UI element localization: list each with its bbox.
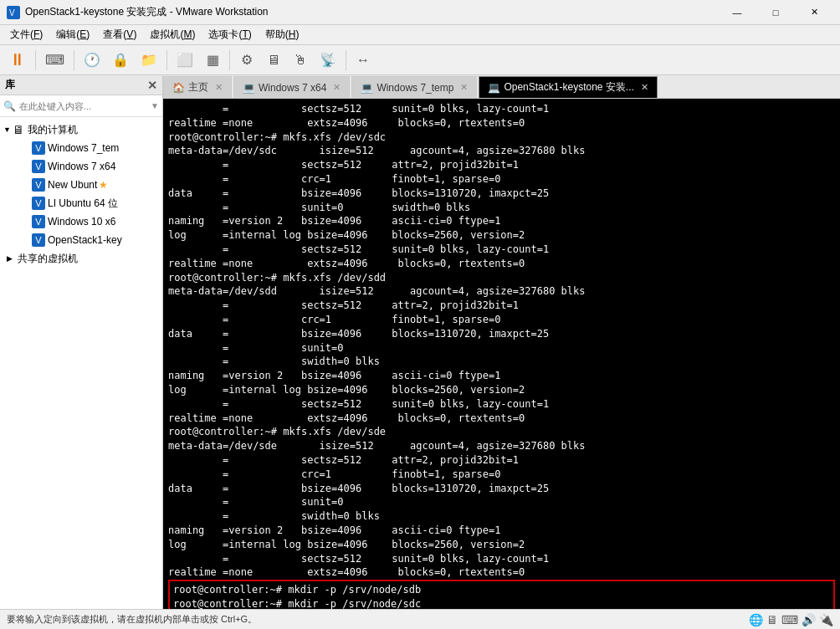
vm-icon: V: [32, 197, 45, 210]
vm-settings2-button[interactable]: 🖥: [262, 49, 285, 72]
vm-label: Windows 10 x6: [48, 216, 115, 228]
toolbar-separator-4: [229, 50, 230, 70]
sidebar-item-ubuntu[interactable]: V New Ubunt ★: [17, 176, 162, 194]
vm-icon: V: [32, 215, 45, 228]
my-computer-chevron: ▼: [3, 125, 11, 134]
minimize-button[interactable]: —: [718, 0, 756, 25]
window-controls: — □ ✕: [718, 0, 833, 25]
menu-help[interactable]: 帮助(H): [259, 26, 306, 43]
search-input[interactable]: [19, 101, 147, 111]
content-area: 🏠 主页 ✕ 💻 Windows 7 x64 ✕ 💻 Windows 7_tem…: [163, 75, 840, 609]
home-tab-icon: 🏠: [172, 82, 185, 94]
vm-list: V Windows 7_tem V Windows 7 x64 V New Ub…: [0, 139, 162, 249]
menu-vm[interactable]: 虚拟机(M): [143, 26, 202, 43]
vm-icon: V: [32, 233, 45, 247]
fullscreen-button[interactable]: ⬜: [172, 49, 197, 72]
status-message: 要将输入定向到该虚拟机，请在虚拟机内部单击或按 Ctrl+G。: [7, 613, 257, 626]
my-computer-section[interactable]: ▼ 🖥 我的计算机: [0, 120, 162, 139]
unity-button[interactable]: ▦: [201, 49, 224, 72]
menu-edit[interactable]: 编辑(E): [49, 26, 96, 43]
star-icon: ★: [99, 179, 108, 191]
audio-icon: 🔊: [802, 613, 816, 626]
tab-openstack-close[interactable]: ✕: [641, 82, 648, 93]
sidebar-item-win10[interactable]: V Windows 10 x6: [17, 212, 162, 231]
sidebar-search-bar: 🔍 ▼: [0, 95, 162, 117]
win7temp-tab-icon: 💻: [361, 82, 373, 94]
status-bar: 要将输入定向到该虚拟机，请在虚拟机内部单击或按 Ctrl+G。 🌐 🖥 ⌨ 🔊 …: [0, 609, 840, 629]
display-icon: 🖥: [766, 613, 778, 626]
tab-home[interactable]: 🏠 主页 ✕: [163, 76, 232, 98]
openstack-tab-icon: 💻: [488, 82, 500, 94]
highlighted-content: root@controller:~# mkdir -p /srv/node/sd…: [173, 583, 830, 609]
vm-label: LI Ubuntu 64 位: [48, 197, 118, 211]
toolbar-separator-1: [35, 50, 36, 70]
status-icons: 🌐 🖥 ⌨ 🔊 🔌: [749, 613, 833, 626]
terminal-content: = sectsz=512 sunit=0 blks, lazy-count=1 …: [168, 102, 835, 580]
sidebar-close-button[interactable]: ✕: [147, 79, 157, 92]
shared-vms-section[interactable]: ▶ 共享的虚拟机: [0, 249, 162, 268]
menu-bar: 文件(F) 编辑(E) 查看(V) 虚拟机(M) 选项卡(T) 帮助(H): [0, 25, 840, 45]
win7x64-tab-icon: 💻: [243, 82, 255, 94]
search-icon: 🔍: [3, 100, 16, 112]
vm-label: Windows 7_tem: [48, 142, 119, 154]
toolbar-separator-3: [166, 50, 167, 70]
computer-icon: 🖥: [13, 123, 24, 136]
tab-win7x64[interactable]: 💻 Windows 7 x64 ✕: [233, 76, 350, 98]
menu-file[interactable]: 文件(F): [3, 26, 49, 43]
tab-win7temp-label: Windows 7_temp: [376, 82, 453, 94]
shared-label: 共享的虚拟机: [18, 252, 78, 266]
shared-chevron: ▶: [7, 254, 13, 263]
view-button[interactable]: ↔: [351, 49, 375, 72]
sidebar-item-win7temp[interactable]: V Windows 7_tem: [17, 139, 162, 157]
my-computer-label: 我的计算机: [28, 123, 78, 137]
maximize-button[interactable]: □: [756, 0, 795, 25]
sidebar-item-win7x64[interactable]: V Windows 7 x64: [17, 157, 162, 176]
usb-icon: 🔌: [819, 613, 833, 626]
send-ctrl-alt-del-button[interactable]: ⌨: [41, 49, 69, 72]
highlighted-commands: root@controller:~# mkdir -p /srv/node/sd…: [168, 580, 835, 609]
close-button[interactable]: ✕: [795, 0, 833, 25]
input-icon: ⌨: [781, 613, 798, 626]
vm-settings4-button[interactable]: 📡: [315, 49, 341, 72]
tab-win7temp[interactable]: 💻 Windows 7_temp ✕: [351, 76, 477, 98]
tab-win7x64-label: Windows 7 x64: [259, 82, 326, 94]
status-right: 🌐 🖥 ⌨ 🔊 🔌: [749, 613, 833, 626]
tab-win7temp-close[interactable]: ✕: [460, 82, 468, 93]
sidebar-header: 库 ✕: [0, 75, 162, 95]
tabs-bar: 🏠 主页 ✕ 💻 Windows 7 x64 ✕ 💻 Windows 7_tem…: [163, 75, 840, 99]
window-title: OpenStack1-keystone 安装完成 - VMware Workst…: [25, 5, 718, 19]
vm-icon: V: [32, 141, 45, 155]
tab-home-close[interactable]: ✕: [215, 82, 223, 93]
snapshot-button[interactable]: 🕐: [79, 49, 105, 72]
main-layout: 库 ✕ 🔍 ▼ ▼ 🖥 我的计算机 V Windows 7_tem: [0, 75, 840, 609]
vm-settings-button[interactable]: ⚙: [235, 49, 259, 72]
sidebar: 库 ✕ 🔍 ▼ ▼ 🖥 我的计算机 V Windows 7_tem: [0, 75, 163, 609]
sidebar-title: 库: [5, 78, 15, 92]
snapshot-manager-button[interactable]: 📁: [136, 49, 161, 72]
tab-home-label: 主页: [188, 80, 208, 95]
svg-text:V: V: [9, 8, 15, 18]
sidebar-item-openstack[interactable]: V OpenStack1-key: [17, 231, 162, 249]
toolbar-separator-2: [74, 50, 74, 70]
menu-view[interactable]: 查看(V): [96, 26, 143, 43]
vm-icon: V: [32, 178, 45, 192]
toolbar: ⏸ ⌨ 🕐 🔒 📁 ⬜ ▦ ⚙ 🖥 🖱 📡 ↔: [0, 45, 840, 75]
terminal[interactable]: = sectsz=512 sunit=0 blks, lazy-count=1 …: [163, 99, 840, 609]
tab-openstack-label: OpenStack1-keystone 安装...: [504, 80, 633, 95]
vm-label: New Ubunt: [48, 179, 97, 191]
sidebar-item-li-ubuntu[interactable]: V LI Ubuntu 64 位: [17, 194, 162, 212]
pause-button[interactable]: ⏸: [5, 49, 30, 72]
title-bar: V OpenStack1-keystone 安装完成 - VMware Work…: [0, 0, 840, 25]
vm-label: OpenStack1-key: [48, 234, 122, 246]
network-icon: 🌐: [749, 613, 763, 626]
tab-openstack[interactable]: 💻 OpenStack1-keystone 安装... ✕: [479, 76, 657, 98]
vm-settings3-button[interactable]: 🖱: [289, 49, 312, 72]
menu-tabs[interactable]: 选项卡(T): [202, 26, 258, 43]
toolbar-separator-5: [346, 50, 346, 70]
tab-win7x64-close[interactable]: ✕: [333, 82, 341, 93]
vm-label: Windows 7 x64: [48, 161, 115, 172]
app-icon: V: [7, 6, 20, 19]
revert-button[interactable]: 🔒: [108, 49, 133, 72]
sidebar-tree: ▼ 🖥 我的计算机 V Windows 7_tem V Windows 7 x6…: [0, 117, 162, 609]
vm-icon: V: [32, 160, 45, 173]
